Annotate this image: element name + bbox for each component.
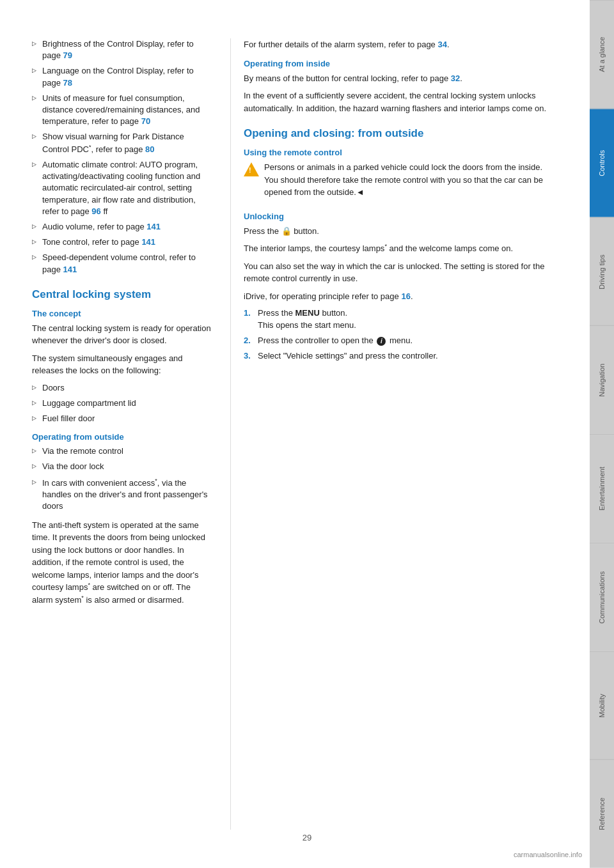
page-number: 29 xyxy=(303,833,311,842)
list-item: Language on the Control Display, refer t… xyxy=(32,65,211,88)
list-item: Show visual warning for Park Distance Co… xyxy=(32,131,211,155)
list-item: Units of measure for fuel consumption, d… xyxy=(32,93,211,128)
tab-controls[interactable]: Controls xyxy=(590,109,614,217)
page-ref: 78 xyxy=(63,78,72,88)
idrive-ref-para: iDrive, for operating principle refer to… xyxy=(244,290,558,303)
concept-para-2: The system simultaneously engages and re… xyxy=(32,352,211,377)
operating-outside-list: Via the remote control Via the door lock… xyxy=(32,446,211,512)
main-content: Brightness of the Control Display, refer… xyxy=(0,0,590,868)
step-text: Press the MENU button.This opens the sta… xyxy=(258,307,356,330)
setting-para: You can also set the way in which the ca… xyxy=(244,260,558,285)
lock-icon: 🔒 xyxy=(281,226,292,236)
list-item: 3. Select "Vehicle settings" and press t… xyxy=(244,350,558,362)
numbered-steps-list: 1. Press the MENU button.This opens the … xyxy=(244,307,558,362)
step-number: 2. xyxy=(244,335,254,346)
list-item: Via the remote control xyxy=(32,446,211,457)
right-column: For further details of the alarm system,… xyxy=(230,38,558,830)
step-text: Select "Vehicle settings" and press the … xyxy=(258,350,438,362)
tab-navigation[interactable]: Navigation xyxy=(590,325,614,434)
step-text: Press the controller to open the i menu. xyxy=(258,335,413,346)
list-item: Fuel filler door xyxy=(32,413,211,424)
tab-driving-tips[interactable]: Driving tips xyxy=(590,217,614,326)
watermark: carmanualsonline.info xyxy=(514,851,582,858)
page-container: Brightness of the Control Display, refer… xyxy=(0,0,614,868)
page-ref: 16 xyxy=(401,291,410,301)
page-ref: 141 xyxy=(146,222,161,231)
page-ref: 80 xyxy=(145,144,154,154)
list-item: Automatic climate control: AUTO program,… xyxy=(32,159,211,217)
page-ref: 141 xyxy=(141,237,155,247)
concept-para-1: The central locking system is ready for … xyxy=(32,322,211,347)
tab-reference[interactable]: Reference xyxy=(590,759,614,868)
left-column: Brightness of the Control Display, refer… xyxy=(32,38,230,830)
using-remote-subtitle: Using the remote control xyxy=(244,148,558,157)
list-item: 1. Press the MENU button.This opens the … xyxy=(244,307,558,330)
page-ref: 141 xyxy=(63,265,77,274)
list-item: In cars with convenient access*, via the… xyxy=(32,477,211,513)
tab-mobility[interactable]: Mobility xyxy=(590,651,614,760)
operating-from-inside-subtitle: Operating from inside xyxy=(244,59,558,68)
list-item: Brightness of the Control Display, refer… xyxy=(32,38,211,61)
interior-lamps-para: The interior lamps, the courtesy lamps* … xyxy=(244,242,558,255)
warning-triangle-icon xyxy=(244,162,259,176)
side-tabs: At a glance Controls Driving tips Naviga… xyxy=(590,0,614,868)
warning-box: Persons or animals in a parked vehicle c… xyxy=(244,161,558,204)
page-ref: 34 xyxy=(437,40,446,49)
page-ref: 32 xyxy=(451,74,460,83)
central-locking-title: Central locking system xyxy=(32,288,211,301)
list-item: Audio volume, refer to page 141 xyxy=(32,221,211,233)
page-ref: 96 xyxy=(91,206,100,216)
opening-closing-title: Opening and closing: from outside xyxy=(244,127,558,140)
step-number: 3. xyxy=(244,350,254,362)
i-menu-icon: i xyxy=(377,337,386,346)
alarm-ref-para: For further details of the alarm system,… xyxy=(244,38,558,51)
top-bullet-list: Brightness of the Control Display, refer… xyxy=(32,38,211,275)
list-item: Via the door lock xyxy=(32,461,211,472)
operating-inside-para-2: In the event of a sufficiently severe ac… xyxy=(244,89,558,114)
list-item: Speed-dependent volume control, refer to… xyxy=(32,252,211,275)
press-button-para: Press the 🔒 button. xyxy=(244,225,558,238)
tab-entertainment[interactable]: Entertainment xyxy=(590,434,614,543)
the-concept-subtitle: The concept xyxy=(32,309,211,318)
page-ref: 70 xyxy=(141,116,150,126)
list-item: Tone control, refer to page 141 xyxy=(32,236,211,248)
step-number: 1. xyxy=(244,307,254,330)
unlocking-subtitle: Unlocking xyxy=(244,212,558,221)
lock-items-list: Doors Luggage compartment lid Fuel fille… xyxy=(32,382,211,425)
tab-communications[interactable]: Communications xyxy=(590,543,614,651)
menu-bold: MENU xyxy=(295,308,320,318)
list-item: Doors xyxy=(32,382,211,394)
anti-theft-paragraph: The anti-theft system is operated at the… xyxy=(32,519,211,607)
warning-text: Persons or animals in a parked vehicle c… xyxy=(264,161,558,199)
operating-inside-para-1: By means of the button for central locki… xyxy=(244,72,558,85)
tab-at-a-glance[interactable]: At a glance xyxy=(590,0,614,109)
list-item: Luggage compartment lid xyxy=(32,398,211,409)
operating-from-outside-subtitle: Operating from outside xyxy=(32,432,211,442)
list-item: 2. Press the controller to open the i me… xyxy=(244,335,558,346)
page-ref: 79 xyxy=(63,50,72,60)
